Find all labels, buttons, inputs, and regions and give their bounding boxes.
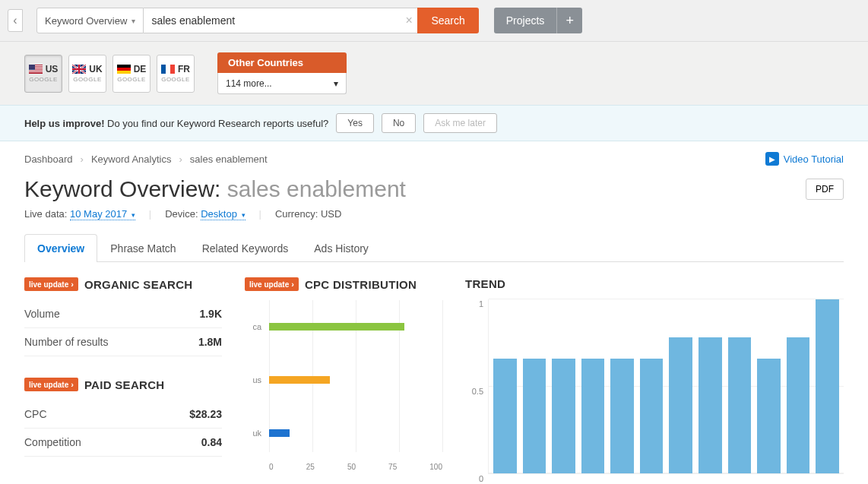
organic-search-header: live update ORGANIC SEARCH (24, 277, 222, 291)
title-row: Keyword Overview: sales enablement PDF (24, 176, 844, 202)
breadcrumb: Dashboard › Keyword Analytics › sales en… (24, 152, 844, 166)
svg-rect-13 (117, 68, 131, 71)
trend-bar (728, 337, 752, 473)
chevron-right-icon: › (81, 153, 84, 165)
stat-row: Volume 1.9K (24, 300, 222, 328)
trend-bar (610, 359, 634, 473)
export-pdf-button[interactable]: PDF (806, 179, 844, 200)
search-wrap: × (144, 8, 417, 33)
search-button[interactable]: Search (417, 8, 478, 33)
breadcrumb-item[interactable]: Keyword Analytics (91, 153, 172, 165)
svg-rect-6 (29, 65, 35, 70)
clear-icon[interactable]: × (405, 14, 417, 27)
stat-row: Competition 0.84 (24, 429, 222, 457)
feedback-later-button[interactable]: Ask me later (423, 113, 497, 133)
cpc-bar-row: uk (245, 406, 442, 460)
country-card-us[interactable]: USGOOGLE (24, 55, 62, 93)
svg-rect-5 (29, 71, 43, 72)
search-input[interactable] (144, 8, 425, 33)
trend-bar (757, 359, 781, 473)
flag-icon (72, 65, 86, 74)
breadcrumb-item[interactable]: Dashboard (24, 153, 73, 165)
live-data-picker[interactable]: 10 May 2017 ▾ (70, 208, 135, 220)
cpc-column: live update CPC DISTRIBUTION causuk 0255… (245, 277, 442, 474)
scope-dropdown[interactable]: Keyword Overview ▾ (36, 8, 144, 33)
trend-bar (523, 359, 546, 473)
cpc-title: CPC DISTRIBUTION (305, 278, 417, 291)
cpc-bar (269, 323, 404, 331)
trend-bar (669, 337, 692, 473)
svg-rect-15 (161, 65, 166, 74)
trend-bar (581, 359, 605, 473)
cpc-header: live update CPC DISTRIBUTION (245, 277, 442, 291)
feedback-yes-button[interactable]: Yes (336, 113, 374, 133)
live-update-badge: live update (24, 277, 78, 291)
organic-paid-column: live update ORGANIC SEARCH Volume 1.9K N… (24, 277, 222, 474)
cpc-bar (269, 376, 330, 384)
cpc-bar (269, 429, 290, 437)
chevron-down-icon: ▾ (242, 211, 246, 219)
svg-rect-12 (117, 65, 131, 68)
feedback-no-button[interactable]: No (382, 113, 416, 133)
device-picker[interactable]: Desktop ▾ (201, 208, 245, 220)
organic-search-title: ORGANIC SEARCH (84, 278, 193, 291)
chevron-down-icon: ▾ (334, 78, 338, 89)
back-button[interactable]: ‹ (8, 9, 23, 32)
video-tutorial-label: Video Tutorial (784, 153, 844, 165)
cpc-bar-row: us (245, 353, 442, 406)
breadcrumb-current: sales enablement (190, 153, 268, 165)
meta-row: Live data: 10 May 2017 ▾ | Device: Deskt… (24, 208, 844, 220)
video-tutorial-link[interactable]: ▶ Video Tutorial (765, 152, 844, 166)
trend-bar (787, 337, 810, 473)
trend-bar (816, 299, 839, 473)
chevron-down-icon: ▾ (131, 17, 135, 25)
flag-icon (117, 65, 131, 74)
country-card-fr[interactable]: FRGOOGLE (157, 55, 195, 93)
flag-icon (29, 65, 43, 74)
other-countries: Other Countries 114 more... ▾ (217, 52, 347, 94)
svg-rect-11 (72, 68, 86, 70)
other-countries-value: 114 more... (226, 78, 272, 89)
projects-button[interactable]: Projects (494, 8, 557, 33)
other-countries-select[interactable]: 114 more... ▾ (217, 73, 347, 94)
svg-rect-4 (29, 70, 43, 71)
svg-rect-17 (170, 65, 175, 74)
live-update-badge: live update (24, 378, 78, 391)
country-row: USGOOGLEUKGOOGLEDEGOOGLEFRGOOGLE Other C… (0, 42, 868, 105)
trend-bar (552, 359, 575, 473)
feedback-bar: Help us improve! Do you find our Keyword… (0, 105, 868, 141)
flag-icon (161, 65, 175, 74)
other-countries-header: Other Countries (217, 52, 347, 73)
cpc-bar-row: ca (245, 300, 442, 353)
tab-overview[interactable]: Overview (24, 234, 97, 262)
topbar: ‹ Keyword Overview ▾ × Search Projects + (0, 0, 868, 42)
panels: live update ORGANIC SEARCH Volume 1.9K N… (24, 277, 844, 474)
trend-bar (699, 337, 722, 473)
live-update-badge: live update (245, 277, 299, 291)
paid-search-title: PAID SEARCH (84, 378, 165, 391)
tab-related-keywords[interactable]: Related Keywords (189, 234, 302, 262)
trend-column: TREND 00.51 (465, 277, 844, 474)
tab-phrase-match[interactable]: Phrase Match (97, 234, 188, 262)
country-card-de[interactable]: DEGOOGLE (112, 55, 150, 93)
trend-bar (493, 359, 517, 473)
tabs: Overview Phrase Match Related Keywords A… (24, 233, 844, 262)
chevron-down-icon: ▾ (131, 211, 135, 219)
main: Dashboard › Keyword Analytics › sales en… (0, 141, 868, 484)
country-card-uk[interactable]: UKGOOGLE (68, 55, 106, 93)
paid-search-header: live update PAID SEARCH (24, 378, 222, 391)
stat-row: CPC $28.23 (24, 400, 222, 429)
page-title: Keyword Overview: sales enablement (24, 176, 406, 202)
trend-header: TREND (465, 277, 844, 290)
svg-rect-16 (166, 65, 170, 74)
tab-ads-history[interactable]: Ads History (301, 234, 382, 262)
scope-dropdown-label: Keyword Overview (45, 15, 127, 27)
add-project-button[interactable]: + (556, 8, 582, 33)
stat-row: Number of results 1.8M (24, 328, 222, 356)
play-icon: ▶ (765, 152, 779, 166)
cpc-chart: causuk 0255075100 (245, 300, 442, 467)
chevron-right-icon: › (179, 153, 182, 165)
trend-title: TREND (465, 277, 505, 290)
trend-chart: 00.51 (465, 299, 844, 474)
trend-bar (640, 359, 664, 473)
